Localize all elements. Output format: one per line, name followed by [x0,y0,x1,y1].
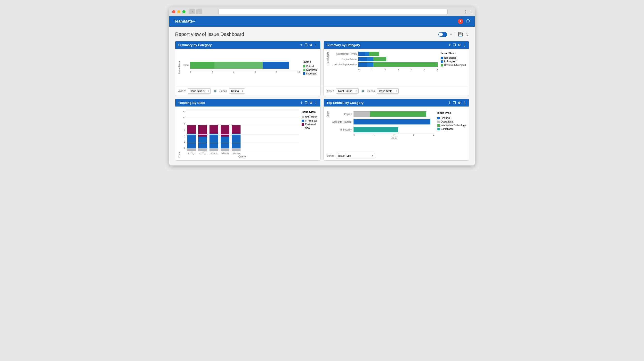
summary-right-controls: Axis Y Root Cause ⇄ Series Issue State [324,86,469,96]
summary-right-body: Root Cause Management Review [324,49,469,86]
series-select-entities[interactable]: Issue Type [336,153,375,158]
share-chart-icon[interactable]: ⇧ [300,43,302,47]
close-button[interactable] [172,10,175,13]
share-icon[interactable]: ⇧ [464,10,467,14]
share-trend-icon[interactable]: ⇧ [300,101,302,105]
seg-ns-q2-22 [221,148,230,151]
address-bar[interactable] [218,9,448,14]
series-select-right[interactable]: Issue State [377,88,398,94]
legend-dot-trend-rev [302,123,304,126]
legend-dot-ra [441,64,443,67]
fullscreen-chart-icon[interactable]: ❐ [304,43,308,47]
settings-chart-icon[interactable]: ⚙ [310,43,312,47]
x-label-4: 4 [233,71,234,73]
x-label-2022q2: 2022Q2 [221,152,230,155]
fullscreen-entity-icon[interactable]: ❐ [453,101,456,105]
trending-body: Count 12 10 8 6 4 2 0 [175,107,320,158]
bar-label-mgmt: Management Review [330,53,357,55]
legend-trend-rev: Reviewed [302,123,318,126]
axis-y-select-right[interactable]: Root Cause [336,88,358,94]
bar-policy-ip [367,62,374,67]
share-chart-icon-r[interactable]: ⇧ [448,43,451,47]
rx-0: 0 [358,68,360,71]
legend-title-rating: Rating [303,60,318,63]
forward-button[interactable]: › [196,9,202,14]
bar-logical-ip [367,57,374,61]
legend-label-ra: Reviewed-Accepted [444,64,466,67]
legend-label-financial: Financial [441,117,450,119]
entity-label-its: IT Security [330,128,352,131]
rx-3: 3 [398,68,398,71]
more-entity-icon[interactable]: ⋮ [463,101,466,105]
bar-logical-ns [358,57,367,61]
ex-4: 4 [433,134,434,136]
legend-label-ns: Not Started [444,57,456,59]
entities-legend: Issue Type Financial Operational [438,111,466,130]
more-trend-icon[interactable]: ⋮ [314,101,318,105]
bar-policy-ns [358,62,367,67]
filter-icon[interactable]: ▿ [450,32,452,37]
bar-policy-ra [373,62,438,67]
swap-icon-left[interactable]: ⇄ [214,89,216,93]
more-chart-icon-r[interactable]: ⋮ [463,43,466,47]
legend-dot-ns [441,57,443,59]
x-label-2: 2 [212,71,213,73]
window: ‹ › ⇧ + TeamMate+ 2 ⓘ Report view of Iss… [169,7,475,165]
bar-mgmt-ns [358,52,365,56]
share-entity-icon[interactable]: ⇧ [448,101,451,105]
summary-left-controls: Axis Y Issue Status ⇄ Series Rating [175,86,320,96]
back-button[interactable]: ‹ [189,9,195,14]
series-select-left[interactable]: Rating [229,88,245,94]
save-icon[interactable]: 💾 [458,32,463,37]
left-legend: Rating Critical Significant [303,60,318,75]
settings-trend-icon[interactable]: ⚙ [310,101,312,105]
settings-entity-icon[interactable]: ⚙ [458,101,461,105]
legend-trend-ip: In Progress [302,119,318,122]
view-toggle[interactable] [438,32,447,37]
toggle-knob [439,33,443,36]
export-icon[interactable]: ⇧ [466,32,469,37]
ex-0: 0 [354,134,355,136]
trending-title: Trending By State [178,101,205,105]
seg-ip-q2-22 [221,137,230,148]
fullscreen-chart-icon-r[interactable]: ❐ [453,43,456,47]
more-chart-icon[interactable]: ⋮ [314,43,318,47]
summary-left-body: Issue Status Open [175,49,320,86]
summary-left-panel: Summary by Category ⇧ ❐ ⚙ ⋮ Issue Status [175,41,320,96]
seg-ip-q1-22 [210,134,218,148]
help-icon[interactable]: ⓘ [466,19,470,24]
y-0: 0 [181,147,185,149]
seg-rev-q2-22 [221,125,230,137]
legend-dot-ip [441,60,443,63]
y-12: 12 [181,110,185,113]
notification-badge[interactable]: 2 [458,19,463,24]
legend-label-important: Important [306,72,316,75]
legend-label-trend-new: New [305,127,310,129]
maximize-button[interactable] [182,10,186,13]
new-tab-icon[interactable]: + [470,10,472,14]
x-label-10: 10 [298,71,300,73]
entity-label-ap: Accounts Payable [330,121,352,123]
bar-label-logical: Logical Access [330,58,357,60]
settings-chart-icon-r[interactable]: ⚙ [458,43,461,47]
minimize-button[interactable] [177,10,180,13]
axis-y-label-r: Axis Y [326,90,334,92]
legend-reviewed-accepted: Reviewed-Accepted [441,64,466,67]
fullscreen-trend-icon[interactable]: ❐ [304,101,308,105]
legend-title-issue-state: Issue State [441,52,466,55]
axis-y-select-left[interactable]: Issue Status [188,88,211,94]
bar-mgmt-ip [365,52,368,56]
series-label-entities: Series [326,154,334,157]
its-compliance [354,127,398,132]
legend-dot-it [438,124,440,127]
legend-important: Important [303,72,318,75]
axis-y-group-left: Axis Y Issue Status [178,88,211,94]
summary-left-title: Summary by Category [178,43,212,47]
rx-4: 4 [410,68,412,71]
legend-label-it: Information Technology [441,124,466,127]
seg-ip-q3-22 [232,134,240,148]
title-bar: ‹ › ⇧ + [169,7,475,16]
swap-icon-right[interactable]: ⇄ [362,89,364,93]
ex-3: 3 [414,134,414,136]
trending-header: Trending By State ⇧ ❐ ⚙ ⋮ [175,99,320,107]
